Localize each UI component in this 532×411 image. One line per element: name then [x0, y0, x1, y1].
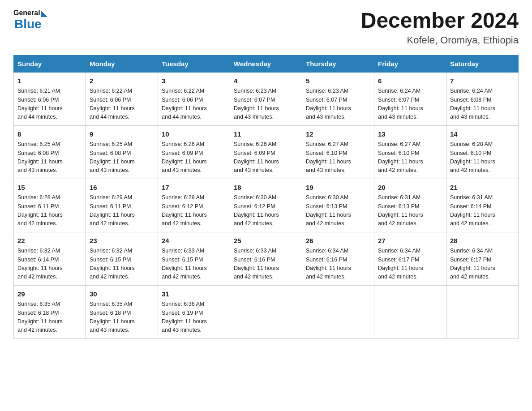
weekday-header-friday: Friday: [374, 55, 446, 72]
day-info: Sunrise: 6:35 AMSunset: 6:18 PMDaylight:…: [17, 301, 63, 333]
day-number: 26: [306, 236, 370, 246]
logo: General Blue: [13, 9, 47, 31]
day-info: Sunrise: 6:34 AMSunset: 6:16 PMDaylight:…: [306, 248, 351, 280]
calendar-cell: 19 Sunrise: 6:30 AMSunset: 6:13 PMDaylig…: [302, 179, 374, 232]
calendar-cell: [374, 285, 446, 338]
calendar-cell: 28 Sunrise: 6:34 AMSunset: 6:17 PMDaylig…: [446, 232, 519, 285]
weekday-header-monday: Monday: [86, 55, 158, 72]
day-info: Sunrise: 6:32 AMSunset: 6:14 PMDaylight:…: [17, 248, 63, 280]
calendar-cell: 12 Sunrise: 6:27 AMSunset: 6:10 PMDaylig…: [302, 125, 374, 179]
day-info: Sunrise: 6:28 AMSunset: 6:11 PMDaylight:…: [17, 194, 63, 227]
calendar-cell: [446, 285, 519, 338]
day-info: Sunrise: 6:30 AMSunset: 6:12 PMDaylight:…: [234, 194, 279, 227]
calendar-cell: 17 Sunrise: 6:29 AMSunset: 6:12 PMDaylig…: [158, 179, 230, 232]
calendar-cell: 2 Sunrise: 6:22 AMSunset: 6:06 PMDayligh…: [86, 72, 158, 125]
calendar-cell: 29 Sunrise: 6:35 AMSunset: 6:18 PMDaylig…: [14, 285, 86, 338]
day-number: 15: [17, 183, 82, 193]
weekday-header-wednesday: Wednesday: [230, 55, 302, 72]
calendar-week-row-5: 29 Sunrise: 6:35 AMSunset: 6:18 PMDaylig…: [14, 285, 519, 338]
day-info: Sunrise: 6:33 AMSunset: 6:16 PMDaylight:…: [234, 248, 279, 280]
calendar-week-row-3: 15 Sunrise: 6:28 AMSunset: 6:11 PMDaylig…: [14, 179, 519, 232]
day-info: Sunrise: 6:36 AMSunset: 6:19 PMDaylight:…: [162, 301, 207, 333]
calendar-cell: 25 Sunrise: 6:33 AMSunset: 6:16 PMDaylig…: [230, 232, 302, 285]
calendar-cell: 24 Sunrise: 6:33 AMSunset: 6:15 PMDaylig…: [158, 232, 230, 285]
logo-general-text: General: [13, 9, 40, 17]
day-number: 19: [306, 183, 370, 193]
day-number: 31: [162, 289, 226, 300]
calendar-cell: 20 Sunrise: 6:31 AMSunset: 6:13 PMDaylig…: [374, 179, 446, 232]
day-info: Sunrise: 6:26 AMSunset: 6:09 PMDaylight:…: [162, 141, 207, 173]
day-info: Sunrise: 6:27 AMSunset: 6:10 PMDaylight:…: [378, 141, 423, 173]
day-number: 17: [162, 183, 226, 193]
calendar-cell: 10 Sunrise: 6:26 AMSunset: 6:09 PMDaylig…: [158, 125, 230, 179]
day-number: 12: [306, 129, 370, 140]
calendar-cell: 8 Sunrise: 6:25 AMSunset: 6:08 PMDayligh…: [14, 125, 86, 179]
day-number: 25: [234, 236, 298, 246]
day-info: Sunrise: 6:22 AMSunset: 6:06 PMDaylight:…: [162, 88, 207, 120]
day-info: Sunrise: 6:23 AMSunset: 6:07 PMDaylight:…: [234, 88, 279, 120]
day-number: 9: [90, 129, 154, 140]
day-number: 29: [17, 289, 82, 300]
day-number: 1: [17, 76, 82, 86]
day-info: Sunrise: 6:27 AMSunset: 6:10 PMDaylight:…: [306, 141, 351, 173]
day-number: 22: [17, 236, 82, 246]
day-number: 18: [234, 183, 298, 193]
calendar-cell: 14 Sunrise: 6:28 AMSunset: 6:10 PMDaylig…: [446, 125, 519, 179]
day-number: 4: [234, 76, 298, 86]
day-info: Sunrise: 6:35 AMSunset: 6:18 PMDaylight:…: [90, 301, 135, 333]
calendar-cell: 1 Sunrise: 6:21 AMSunset: 6:06 PMDayligh…: [14, 72, 86, 125]
day-info: Sunrise: 6:26 AMSunset: 6:09 PMDaylight:…: [234, 141, 279, 173]
calendar-week-row-2: 8 Sunrise: 6:25 AMSunset: 6:08 PMDayligh…: [14, 125, 519, 179]
calendar-cell: 21 Sunrise: 6:31 AMSunset: 6:14 PMDaylig…: [446, 179, 519, 232]
day-number: 5: [306, 76, 370, 86]
day-number: 8: [17, 129, 82, 140]
location-subtitle: Kofele, Oromiya, Ethiopia: [361, 34, 519, 46]
calendar-week-row-4: 22 Sunrise: 6:32 AMSunset: 6:14 PMDaylig…: [14, 232, 519, 285]
calendar-cell: 15 Sunrise: 6:28 AMSunset: 6:11 PMDaylig…: [14, 179, 86, 232]
calendar-cell: 23 Sunrise: 6:32 AMSunset: 6:15 PMDaylig…: [86, 232, 158, 285]
calendar-cell: 6 Sunrise: 6:24 AMSunset: 6:07 PMDayligh…: [374, 72, 446, 125]
calendar-cell: 16 Sunrise: 6:29 AMSunset: 6:11 PMDaylig…: [86, 179, 158, 232]
calendar-cell: [230, 285, 302, 338]
calendar-cell: 31 Sunrise: 6:36 AMSunset: 6:19 PMDaylig…: [158, 285, 230, 338]
day-info: Sunrise: 6:32 AMSunset: 6:15 PMDaylight:…: [90, 248, 135, 280]
day-number: 27: [378, 236, 442, 246]
calendar-cell: 13 Sunrise: 6:27 AMSunset: 6:10 PMDaylig…: [374, 125, 446, 179]
calendar-week-row-1: 1 Sunrise: 6:21 AMSunset: 6:06 PMDayligh…: [14, 72, 519, 125]
day-info: Sunrise: 6:31 AMSunset: 6:14 PMDaylight:…: [450, 194, 495, 227]
day-info: Sunrise: 6:25 AMSunset: 6:08 PMDaylight:…: [17, 141, 63, 173]
weekday-header-saturday: Saturday: [446, 55, 519, 72]
day-number: 23: [90, 236, 154, 246]
day-number: 20: [378, 183, 442, 193]
day-info: Sunrise: 6:24 AMSunset: 6:07 PMDaylight:…: [378, 88, 423, 120]
day-info: Sunrise: 6:25 AMSunset: 6:08 PMDaylight:…: [90, 141, 135, 173]
calendar-cell: 9 Sunrise: 6:25 AMSunset: 6:08 PMDayligh…: [86, 125, 158, 179]
calendar-cell: 5 Sunrise: 6:23 AMSunset: 6:07 PMDayligh…: [302, 72, 374, 125]
day-info: Sunrise: 6:33 AMSunset: 6:15 PMDaylight:…: [162, 248, 207, 280]
day-number: 6: [378, 76, 442, 86]
page-header: General Blue December 2024 Kofele, Oromi…: [13, 9, 519, 46]
logo-arrow-icon: [41, 11, 47, 17]
day-info: Sunrise: 6:29 AMSunset: 6:12 PMDaylight:…: [162, 194, 207, 227]
day-info: Sunrise: 6:34 AMSunset: 6:17 PMDaylight:…: [450, 248, 495, 280]
day-info: Sunrise: 6:31 AMSunset: 6:13 PMDaylight:…: [378, 194, 423, 227]
calendar-cell: 3 Sunrise: 6:22 AMSunset: 6:06 PMDayligh…: [158, 72, 230, 125]
day-info: Sunrise: 6:23 AMSunset: 6:07 PMDaylight:…: [306, 88, 351, 120]
calendar-table: SundayMondayTuesdayWednesdayThursdayFrid…: [13, 55, 519, 339]
calendar-cell: 11 Sunrise: 6:26 AMSunset: 6:09 PMDaylig…: [230, 125, 302, 179]
calendar-cell: 30 Sunrise: 6:35 AMSunset: 6:18 PMDaylig…: [86, 285, 158, 338]
day-number: 10: [162, 129, 226, 140]
day-number: 3: [162, 76, 226, 86]
calendar-cell: 27 Sunrise: 6:34 AMSunset: 6:17 PMDaylig…: [374, 232, 446, 285]
calendar-cell: 26 Sunrise: 6:34 AMSunset: 6:16 PMDaylig…: [302, 232, 374, 285]
day-info: Sunrise: 6:30 AMSunset: 6:13 PMDaylight:…: [306, 194, 351, 227]
day-number: 14: [450, 129, 515, 140]
day-number: 30: [90, 289, 154, 300]
calendar-cell: 7 Sunrise: 6:24 AMSunset: 6:08 PMDayligh…: [446, 72, 519, 125]
day-number: 13: [378, 129, 442, 140]
calendar-cell: 22 Sunrise: 6:32 AMSunset: 6:14 PMDaylig…: [14, 232, 86, 285]
day-number: 2: [90, 76, 154, 86]
day-number: 7: [450, 76, 515, 86]
calendar-cell: 18 Sunrise: 6:30 AMSunset: 6:12 PMDaylig…: [230, 179, 302, 232]
weekday-header-thursday: Thursday: [302, 55, 374, 72]
